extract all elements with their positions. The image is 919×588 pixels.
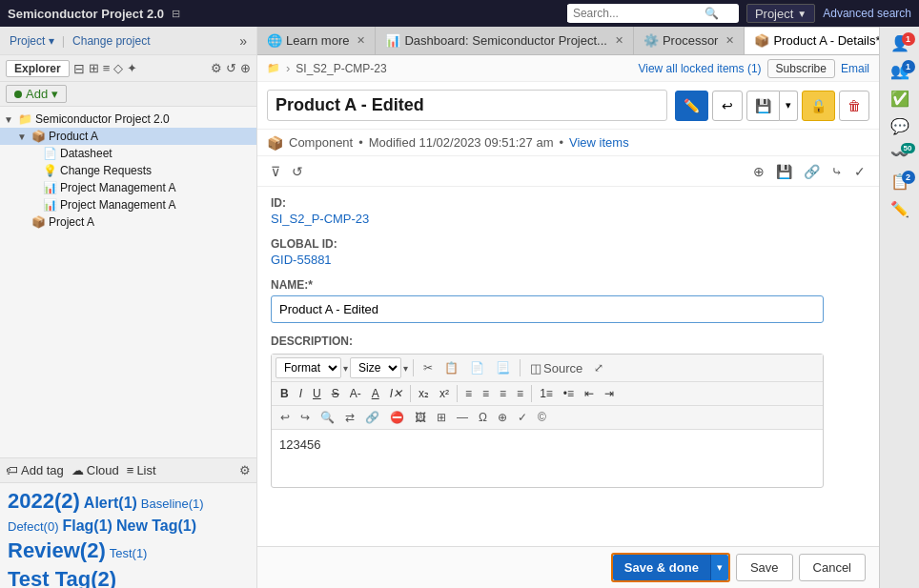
email-link[interactable]: Email: [841, 62, 869, 75]
copyright-btn[interactable]: ©: [533, 409, 551, 426]
tree-item[interactable]: ▼ 📁 Semiconductor Project 2.0: [0, 111, 256, 128]
grid-icon-btn[interactable]: ⊞: [89, 61, 99, 75]
tag-review[interactable]: Review(2): [8, 538, 106, 563]
tag-2022[interactable]: 2022(2): [8, 489, 80, 514]
redo-btn[interactable]: ↪: [296, 409, 315, 426]
view-items-link[interactable]: View items: [569, 135, 629, 150]
superscript-btn[interactable]: x²: [435, 385, 454, 402]
star-icon-btn[interactable]: ✦: [127, 61, 137, 75]
insert-image-btn[interactable]: 🖼: [410, 409, 431, 426]
add-button[interactable]: Add ▾: [6, 85, 67, 103]
align-left-btn[interactable]: ≡: [460, 385, 477, 402]
insert-link-btn[interactable]: 🔗: [360, 409, 384, 426]
tag-test-tag[interactable]: Test Tag(2): [8, 567, 116, 588]
tree-item-pm-a1[interactable]: 📊 Project Management A: [0, 179, 256, 196]
view-icon-btn[interactable]: ≡: [103, 61, 111, 75]
insert-hr-btn[interactable]: —: [452, 409, 473, 426]
project-dropdown[interactable]: Project ▼: [746, 4, 815, 23]
expand-icon-btn[interactable]: ⊽: [267, 162, 284, 181]
font-color-btn[interactable]: A-: [345, 385, 366, 402]
delete-button[interactable]: 🗑: [839, 91, 869, 121]
search-input[interactable]: [567, 5, 701, 22]
tab-close-dashboard[interactable]: ✕: [615, 34, 623, 47]
approval-btn[interactable]: ✅: [883, 86, 917, 112]
editor-content[interactable]: 123456: [272, 430, 823, 487]
tree-item-product-a[interactable]: ▼ 📦 Product A: [0, 128, 256, 145]
cloud-button[interactable]: ☁ Cloud: [71, 463, 119, 477]
undo-btn[interactable]: ↩: [276, 409, 295, 426]
tag-new-tag[interactable]: New Tag(1): [116, 517, 196, 535]
user-notification-btn[interactable]: 👤 1: [883, 30, 917, 56]
tag-test[interactable]: Test(1): [110, 546, 148, 560]
project-button[interactable]: Project ▾: [6, 32, 58, 50]
remove-link-btn[interactable]: ⛔: [385, 409, 409, 426]
format-select[interactable]: Format: [276, 357, 341, 378]
checkmark-btn[interactable]: ✓: [513, 409, 532, 426]
more-icon-btn[interactable]: ⊕: [240, 61, 251, 75]
expand-editor-btn[interactable]: ⤢: [589, 359, 608, 376]
tree-item-datasheet[interactable]: 📄 Datasheet: [0, 145, 256, 162]
explorer-tab[interactable]: Explorer: [6, 60, 70, 77]
item-title-input[interactable]: [267, 90, 667, 121]
cut-btn[interactable]: ✂: [419, 359, 438, 376]
ordered-list-btn[interactable]: 1≡: [535, 385, 558, 402]
tab-dashboard[interactable]: 📊 Dashboard: Semiconductor Project... ✕: [376, 27, 633, 54]
copy-btn[interactable]: 📋: [439, 359, 463, 376]
list-button[interactable]: ≡ List: [127, 463, 156, 477]
toolbar-save-btn[interactable]: 💾: [772, 162, 796, 181]
underline-btn[interactable]: U: [308, 385, 326, 402]
users-btn[interactable]: 👥 1: [883, 58, 917, 84]
change-project-button[interactable]: Change project: [69, 32, 153, 50]
bold-btn[interactable]: B: [276, 385, 294, 402]
subscribe-button[interactable]: Subscribe: [767, 59, 835, 78]
indent-more-btn[interactable]: ⇥: [600, 385, 619, 402]
omega-btn[interactable]: Ω: [474, 409, 492, 426]
size-select[interactable]: Size: [350, 357, 401, 378]
bg-color-btn[interactable]: A: [367, 385, 384, 402]
id-value[interactable]: SI_S2_P-CMP-23: [271, 212, 866, 226]
indent-less-btn[interactable]: ⇤: [580, 385, 599, 402]
align-right-btn[interactable]: ≡: [495, 385, 511, 402]
settings-tag-button[interactable]: ⚙: [239, 463, 251, 477]
shape-icon-btn[interactable]: ◇: [113, 61, 123, 75]
activity-btn[interactable]: 〰️ 50: [883, 141, 917, 167]
toolbar-share-btn[interactable]: ⤷: [827, 162, 847, 181]
source-btn[interactable]: ◫ Source: [525, 359, 587, 377]
save-done-dropdown-button[interactable]: ▾: [710, 555, 728, 580]
tab-learn-more[interactable]: 🌐 Learn more ✕: [257, 27, 376, 54]
toolbar-link-btn[interactable]: 🔗: [800, 162, 824, 181]
tree-item-pm-a2[interactable]: 📊 Project Management A: [0, 196, 256, 213]
save-split-button[interactable]: 💾: [746, 91, 780, 121]
link-button[interactable]: ↩: [712, 91, 743, 121]
lock-button[interactable]: 🔒: [802, 91, 835, 121]
tab-close-learn-more[interactable]: ✕: [357, 34, 365, 47]
paste-btn[interactable]: 📄: [465, 359, 489, 376]
strikethrough-btn[interactable]: S: [327, 385, 344, 402]
name-input[interactable]: [271, 295, 824, 323]
tag-flag[interactable]: Flag(1): [62, 517, 112, 535]
doc-icon-btn[interactable]: 📃: [491, 359, 515, 376]
tab-product-a-details[interactable]: 📦 Product A - Details* ✕: [745, 28, 879, 55]
save-done-button[interactable]: Save & done: [613, 555, 710, 580]
filter-icon-btn[interactable]: ⊟: [73, 61, 85, 76]
subscript-btn[interactable]: x₂: [414, 385, 434, 402]
save-dropdown-button[interactable]: ▾: [780, 91, 798, 121]
tab-close-processor[interactable]: ✕: [725, 34, 734, 47]
insert-table-btn[interactable]: ⊞: [432, 409, 451, 426]
advanced-search-link[interactable]: Advanced search: [823, 7, 911, 20]
settings-icon-btn[interactable]: ⚙: [211, 61, 222, 75]
toolbar-check-btn[interactable]: ✓: [850, 162, 869, 181]
tab-processor[interactable]: ⚙️ Processor ✕: [634, 27, 745, 54]
cancel-button[interactable]: Cancel: [799, 554, 866, 581]
special-char-btn[interactable]: ⊕: [493, 409, 512, 426]
locked-items-link[interactable]: View all locked items (1): [638, 62, 761, 75]
tree-item-project-a[interactable]: 📦 Project A: [0, 213, 256, 231]
comment-btn[interactable]: 💬: [883, 113, 917, 139]
tag-defect[interactable]: Defect(0): [8, 519, 58, 534]
find-btn[interactable]: 🔍: [316, 409, 339, 426]
tag-alert[interactable]: Alert(1): [84, 495, 137, 512]
list-panel-btn[interactable]: 📋 2: [883, 169, 917, 194]
align-center-btn[interactable]: ≡: [478, 385, 494, 402]
edit-pencil-button[interactable]: ✏️: [675, 91, 708, 121]
sidebar-collapse-button[interactable]: »: [235, 33, 251, 49]
